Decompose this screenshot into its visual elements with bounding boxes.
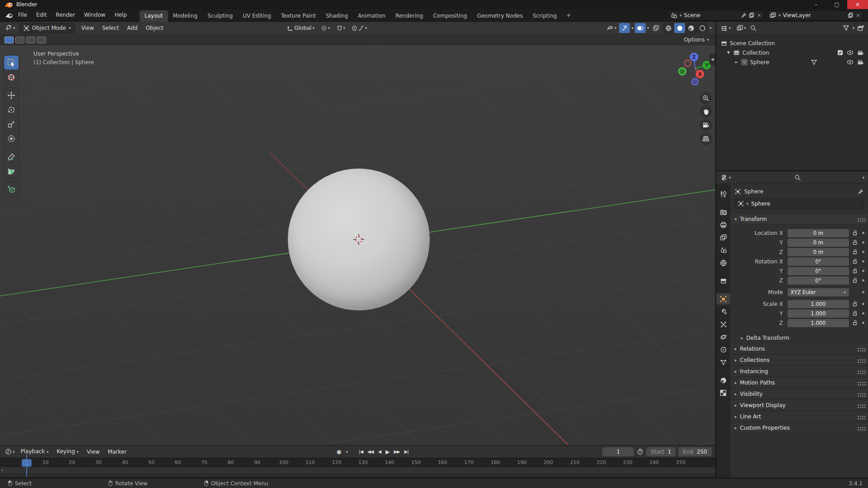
- drag-handle-icon[interactable]: [858, 348, 859, 349]
- options-button[interactable]: Options ▾: [684, 37, 711, 43]
- maximize-button[interactable]: ▢: [826, 0, 847, 9]
- view-menu[interactable]: View: [78, 22, 98, 34]
- editor-type-button[interactable]: ▾: [4, 24, 17, 32]
- rotate-tool[interactable]: [4, 103, 19, 117]
- timeline-track[interactable]: »: [0, 467, 715, 478]
- chevron-down-icon[interactable]: ▾: [631, 26, 633, 30]
- menu-item[interactable]: File: [14, 9, 32, 21]
- properties-editor-type-button[interactable]: ▾: [720, 174, 732, 182]
- show-overlays-toggle[interactable]: [635, 23, 646, 33]
- workspace-tab[interactable]: Modeling: [168, 10, 203, 22]
- animate-dot-icon[interactable]: [862, 260, 864, 263]
- timeline-expand-arrow[interactable]: »: [1, 468, 4, 473]
- xray-toggle[interactable]: [650, 23, 661, 33]
- workspace-tab[interactable]: Compositing: [428, 10, 472, 22]
- add-workspace-button[interactable]: +: [562, 10, 575, 20]
- lock-icon[interactable]: [853, 268, 857, 273]
- current-frame-field[interactable]: 1: [602, 447, 634, 456]
- pan-view-button[interactable]: [699, 105, 712, 118]
- scene-selector[interactable]: ▾ Scene ×: [667, 10, 765, 20]
- show-gizmo-toggle[interactable]: [619, 23, 630, 33]
- workspace-tab[interactable]: Animation: [353, 10, 390, 22]
- drag-handle-icon[interactable]: [858, 371, 859, 372]
- remove-viewlayer-icon[interactable]: ×: [856, 12, 860, 19]
- select-box-tool[interactable]: [4, 56, 19, 70]
- viewport-3d[interactable]: User Perspective (1) Collection | Sphere: [0, 45, 715, 445]
- animate-dot-icon[interactable]: [862, 241, 864, 244]
- viewlayer-selector[interactable]: ▾ ViewLayer ×: [766, 10, 863, 20]
- lock-icon[interactable]: [853, 278, 857, 283]
- tab-texture[interactable]: [716, 387, 730, 399]
- stopwatch-icon[interactable]: [637, 448, 643, 455]
- select-mode-extend[interactable]: [15, 37, 24, 43]
- tab-object[interactable]: [716, 293, 730, 305]
- tab-constraints[interactable]: [716, 344, 730, 355]
- drag-handle-icon[interactable]: [858, 416, 859, 417]
- lock-icon[interactable]: [853, 259, 857, 264]
- filter-icon[interactable]: [843, 25, 849, 31]
- lock-icon[interactable]: [853, 311, 857, 316]
- workspace-tab[interactable]: UV Editing: [238, 10, 276, 22]
- value-field[interactable]: 0°: [788, 277, 849, 285]
- playback-menu[interactable]: Playback ▾: [17, 445, 52, 458]
- minimize-button[interactable]: –: [806, 0, 826, 9]
- play-button[interactable]: ▶: [385, 449, 389, 455]
- close-button[interactable]: ×: [847, 0, 868, 9]
- workspace-tab[interactable]: Texture Paint: [276, 10, 321, 22]
- proportional-editing-button[interactable]: ▾: [350, 24, 369, 32]
- value-field[interactable]: 0 m: [788, 229, 849, 237]
- pin-icon[interactable]: [858, 189, 863, 195]
- animate-dot-icon[interactable]: [862, 251, 864, 253]
- add-menu[interactable]: Add: [123, 22, 141, 34]
- frame-end-field[interactable]: End250: [678, 447, 712, 456]
- menu-item[interactable]: Render: [51, 9, 80, 21]
- workspace-tab[interactable]: Scripting: [528, 10, 562, 22]
- delete-scene-icon[interactable]: ×: [757, 12, 761, 19]
- scale-tool[interactable]: [4, 117, 19, 131]
- lock-icon[interactable]: [853, 301, 857, 306]
- drag-handle-icon[interactable]: [858, 393, 859, 394]
- delta-transform-panel[interactable]: ▸ Delta Transform: [730, 332, 868, 343]
- frame-start-field[interactable]: Start1: [646, 447, 676, 456]
- jump-to-start-button[interactable]: |◀: [359, 449, 363, 454]
- next-keyframe-button[interactable]: ▶▶: [394, 449, 399, 454]
- animate-dot-icon[interactable]: [862, 279, 864, 282]
- disable-render-icon[interactable]: [857, 60, 863, 65]
- disable-render-icon[interactable]: [857, 50, 863, 56]
- annotate-tool[interactable]: [4, 150, 19, 164]
- pin-icon[interactable]: [741, 13, 746, 18]
- tab-object-data[interactable]: [716, 357, 730, 368]
- outliner-row-scene-collection[interactable]: Scene Collection: [716, 38, 868, 48]
- blender-menu-icon[interactable]: [5, 12, 14, 19]
- tab-modifiers[interactable]: [716, 306, 730, 317]
- lock-icon[interactable]: [853, 230, 857, 235]
- tab-material[interactable]: [716, 375, 730, 386]
- drag-handle-icon[interactable]: [858, 427, 859, 428]
- expand-arrow-icon[interactable]: ►: [734, 60, 739, 64]
- workspace-tab[interactable]: Shading: [321, 10, 353, 22]
- value-field[interactable]: 0°: [788, 258, 849, 266]
- menu-item[interactable]: Window: [80, 9, 110, 21]
- value-field[interactable]: 1.000: [788, 310, 849, 318]
- new-collection-icon[interactable]: [857, 25, 864, 32]
- tab-output[interactable]: [716, 219, 730, 230]
- perspective-toggle-button[interactable]: [699, 132, 712, 145]
- orientation-selector[interactable]: Global ▾: [286, 24, 316, 32]
- measure-tool[interactable]: [4, 164, 19, 178]
- new-scene-icon[interactable]: [749, 12, 755, 18]
- shading-rendered-button[interactable]: [697, 23, 708, 33]
- value-field[interactable]: 0°: [788, 267, 849, 275]
- keying-menu[interactable]: Keying ▾: [53, 445, 82, 458]
- value-field[interactable]: 0 m: [788, 248, 849, 256]
- chevron-down-icon[interactable]: ▾: [647, 26, 649, 30]
- collapsed-panel-header[interactable]: ▸ Collections: [730, 354, 868, 366]
- workspace-tab[interactable]: Sculpting: [202, 10, 238, 22]
- rotation-mode-dropdown[interactable]: XYZ Euler ▾: [788, 288, 849, 296]
- outliner-row-collection[interactable]: ▼ Collection: [716, 48, 868, 57]
- tab-particles[interactable]: [716, 319, 730, 330]
- shading-solid-button[interactable]: [674, 23, 685, 33]
- transform-tool[interactable]: [4, 131, 19, 145]
- cursor-tool[interactable]: [4, 70, 19, 84]
- tab-render[interactable]: [716, 206, 730, 218]
- breadcrumb-object[interactable]: Sphere: [744, 188, 763, 195]
